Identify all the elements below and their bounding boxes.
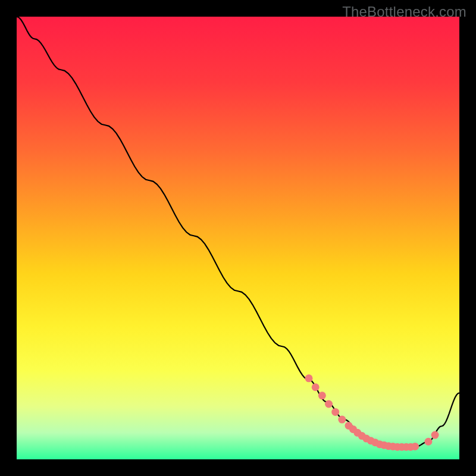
marker-dot — [331, 408, 339, 416]
marker-dot — [411, 443, 419, 450]
marker-dot — [305, 374, 313, 382]
marker-dot — [325, 400, 333, 408]
plot-area — [17, 17, 459, 459]
marker-dot — [312, 383, 320, 391]
chart-frame: TheBottleneck.com — [0, 0, 476, 476]
chart-svg — [17, 17, 459, 459]
marker-dot — [431, 431, 439, 439]
marker-dot — [318, 392, 326, 399]
marker-dot — [424, 438, 432, 446]
watermark-text: TheBottleneck.com — [342, 4, 466, 20]
marker-dot — [338, 416, 346, 424]
gradient-background — [17, 17, 459, 459]
